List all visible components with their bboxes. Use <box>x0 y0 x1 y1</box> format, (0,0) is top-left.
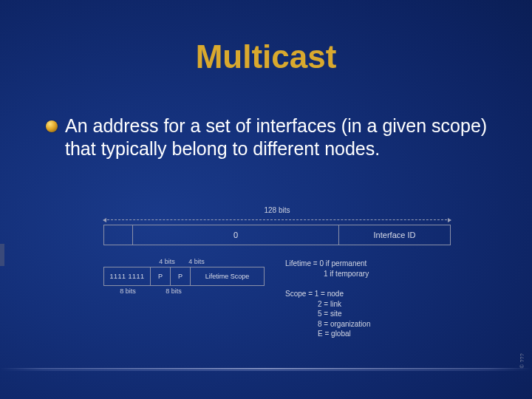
bullet-text: An address for a set of interfaces (in a… <box>65 115 495 161</box>
diagram-main-row: 0 Interface ID <box>103 225 451 245</box>
legend-scope-8: 8 = organization <box>285 319 451 330</box>
sub-top-4bits-a: 4 bits <box>152 259 182 265</box>
sub-cell-prefix: 1111 1111 <box>104 267 151 285</box>
slide-body: An address for a set of interfaces (in a… <box>46 115 495 161</box>
slide-title: Multicast <box>0 38 532 75</box>
diagram-cell-zero: 0 <box>133 225 339 245</box>
address-diagram: 128 bits 0 Interface ID 4 bits 4 bits 11… <box>103 207 451 339</box>
legend-lifetime-label: Lifetime = 0 if permanent <box>285 259 451 269</box>
sub-bot-8bits-b: 8 bits <box>152 288 195 295</box>
legend-scope-5: 5 = site <box>285 309 451 319</box>
legend-lifetime-1: 1 if temporary <box>285 269 451 279</box>
sub-bot-8bits-a: 8 bits <box>103 288 152 295</box>
diagram-sub-table: 1111 1111 P P Lifetime Scope <box>103 267 265 286</box>
side-tab-decoration <box>0 244 4 266</box>
legend-lifetime-key: Lifetime = <box>285 259 318 267</box>
sub-cell-scope: Lifetime Scope <box>191 267 264 285</box>
bullet-item: An address for a set of interfaces (in a… <box>46 115 495 161</box>
copyright-text: © ??? <box>519 353 525 368</box>
diagram-sub-left: 4 bits 4 bits 1111 1111 P P Lifetime Sco… <box>103 259 265 295</box>
diagram-width-arrow <box>103 216 451 222</box>
diagram-sub-block: 4 bits 4 bits 1111 1111 P P Lifetime Sco… <box>103 259 451 339</box>
bullet-icon <box>46 120 58 132</box>
diagram-cell-prefix <box>104 225 133 245</box>
legend-scope-key: Scope = <box>285 290 313 298</box>
sub-cell-p2: P <box>171 267 191 285</box>
diagram-cell-interface-id: Interface ID <box>339 225 450 245</box>
legend-scope-1: 1 = node <box>315 290 344 298</box>
diagram-sub-bottom-labels: 8 bits 8 bits <box>103 288 265 295</box>
sub-cell-p1: P <box>151 267 171 285</box>
legend-scope-group: Scope = 1 = node 2 = link 5 = site 8 = o… <box>285 289 451 339</box>
legend-scope-2: 2 = link <box>285 299 451 310</box>
footer-divider <box>0 368 532 369</box>
legend-scope-e: E = global <box>285 329 451 339</box>
diagram-bits-label: 128 bits <box>103 207 451 214</box>
diagram-sub-top-labels: 4 bits 4 bits <box>103 259 265 265</box>
diagram-legend: Lifetime = 0 if permanent 1 if temporary… <box>265 259 451 339</box>
legend-lifetime-0: 0 if permanent <box>319 259 366 267</box>
sub-top-4bits-b: 4 bits <box>182 259 211 265</box>
sub-top-blank <box>103 259 152 265</box>
slide: Multicast An address for a set of interf… <box>0 0 532 399</box>
